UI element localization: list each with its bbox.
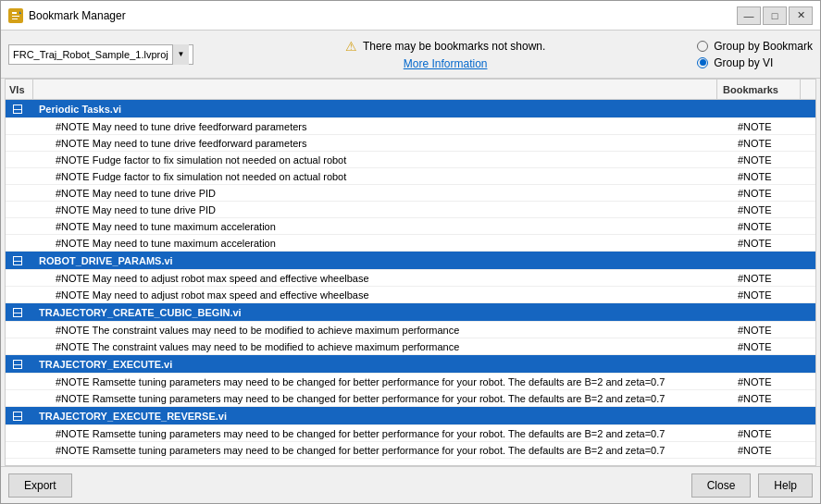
row-bookmark-cell: #NOTE xyxy=(732,154,815,166)
footer-bar: Export Close Help xyxy=(1,466,820,503)
row-name-cell: Periodic Tasks.vi xyxy=(33,104,732,115)
row-name-cell: #NOTE Ramsette tuning parameters may nee… xyxy=(33,376,732,387)
row-name-cell: #NOTE Fudge factor to fix simulation not… xyxy=(33,171,732,182)
row-vis-cell xyxy=(6,152,33,167)
row-vis-cell xyxy=(6,235,33,251)
table-row[interactable]: #NOTE Ramsette tuning parameters may nee… xyxy=(6,374,815,390)
row-bookmark-cell: #NOTE xyxy=(732,341,815,352)
table-row[interactable]: #NOTE May need to tune drive feedforward… xyxy=(6,118,815,135)
warning-row: ⚠ There may be bookmarks not shown. xyxy=(345,39,545,54)
group-by-bookmark-label: Group by Bookmark xyxy=(714,40,813,53)
row-name-cell: #NOTE May need to tune drive PID xyxy=(33,204,732,215)
col-bookmarks-header: Bookmarks xyxy=(717,80,801,99)
export-button[interactable]: Export xyxy=(8,473,72,498)
col-vis-header: VIs xyxy=(6,80,33,99)
toolbar: FRC_Traj_Robot_Sample_1.lvproj ▼ ⚠ There… xyxy=(1,31,820,79)
row-bookmark-cell: #NOTE xyxy=(732,428,815,439)
row-bookmark-cell: #NOTE xyxy=(732,445,815,456)
warning-icon: ⚠ xyxy=(345,39,357,54)
help-button[interactable]: Help xyxy=(758,473,813,498)
row-vis-cell xyxy=(6,202,33,217)
table-row[interactable]: #NOTE Ramsette tuning parameters may nee… xyxy=(6,390,815,407)
table-row[interactable]: #NOTE May need to adjust robot max speed… xyxy=(6,287,815,303)
dropdown-arrow-icon[interactable]: ▼ xyxy=(172,44,189,65)
row-name-cell: #NOTE May need to tune drive PID xyxy=(33,188,732,199)
project-selector: FRC_Traj_Robot_Sample_1.lvproj ▼ xyxy=(8,44,193,65)
row-name-cell: #NOTE Ramsette tuning parameters may nee… xyxy=(33,428,732,439)
table-row[interactable]: #NOTE May need to tune maximum accelerat… xyxy=(6,235,815,252)
row-bookmark-cell: #NOTE xyxy=(732,221,815,232)
project-name: FRC_Traj_Robot_Sample_1.lvproj xyxy=(13,49,172,60)
table-row[interactable]: #NOTE Fudge factor to fix simulation not… xyxy=(6,152,815,168)
table-row[interactable]: —Periodic Tasks.vi xyxy=(6,100,815,118)
table-row[interactable]: #NOTE Ramsette tuning parameters may nee… xyxy=(6,442,815,459)
collapse-button[interactable]: — xyxy=(13,360,22,369)
row-bookmark-cell: #NOTE xyxy=(732,325,815,336)
row-vis-cell: — xyxy=(6,100,33,117)
row-vis-cell xyxy=(6,390,33,406)
minimize-button[interactable]: — xyxy=(737,6,761,25)
table-row[interactable]: #NOTE May need to tune drive feedforward… xyxy=(6,135,815,152)
more-info-link[interactable]: More Information xyxy=(404,57,488,70)
row-vis-cell xyxy=(6,442,33,458)
row-name-cell: TRAJECTORY_EXECUTE.vi xyxy=(33,359,732,370)
table-row[interactable]: —TRAJECTORY_EXECUTE_REVERSE.vi xyxy=(6,407,815,425)
table-row[interactable]: #NOTE May need to adjust robot max speed… xyxy=(6,270,815,287)
collapse-button[interactable]: — xyxy=(13,104,22,114)
row-bookmark-cell: #NOTE xyxy=(732,171,815,182)
group-by-bookmark-radio[interactable] xyxy=(697,41,708,52)
group-by-vi-option[interactable]: Group by VI xyxy=(697,56,773,69)
table-row[interactable]: #NOTE May need to tune maximum accelerat… xyxy=(6,218,815,235)
row-vis-cell: — xyxy=(6,252,33,269)
row-vis-cell xyxy=(6,425,33,441)
warning-area: ⚠ There may be bookmarks not shown. More… xyxy=(205,39,686,70)
table-row[interactable]: #NOTE Fudge factor to fix simulation not… xyxy=(6,168,815,185)
row-vis-cell: — xyxy=(6,303,33,321)
row-vis-cell xyxy=(6,185,33,201)
row-bookmark-cell: #NOTE xyxy=(732,273,815,284)
table-row[interactable]: #NOTE The constraint values may need to … xyxy=(6,338,815,355)
maximize-button[interactable]: □ xyxy=(763,6,787,25)
row-bookmark-cell: #NOTE xyxy=(732,188,815,199)
group-by-vi-radio[interactable] xyxy=(697,57,708,68)
row-name-cell: ROBOT_DRIVE_PARAMS.vi xyxy=(33,255,732,266)
table-row[interactable]: —TRAJECTORY_EXECUTE.vi xyxy=(6,355,815,374)
row-name-cell: #NOTE Ramsette tuning parameters may nee… xyxy=(33,393,732,404)
svg-rect-3 xyxy=(12,18,18,19)
app-icon xyxy=(8,8,23,23)
row-bookmark-cell: #NOTE xyxy=(732,393,815,404)
footer-right: Close Help xyxy=(691,473,813,498)
close-button[interactable]: ✕ xyxy=(789,6,813,25)
row-bookmark-cell: #NOTE xyxy=(732,238,815,249)
warning-text: There may be bookmarks not shown. xyxy=(363,40,545,53)
bookmark-manager-window: Bookmark Manager — □ ✕ FRC_Traj_Robot_Sa… xyxy=(0,0,821,504)
table-row[interactable]: —ROBOT_DRIVE_PARAMS.vi xyxy=(6,252,815,270)
row-vis-cell xyxy=(6,135,33,151)
row-bookmark-cell: #NOTE xyxy=(732,138,815,149)
table-body[interactable]: —Periodic Tasks.vi#NOTE May need to tune… xyxy=(6,100,815,465)
radio-dot xyxy=(700,59,706,66)
project-dropdown[interactable]: FRC_Traj_Robot_Sample_1.lvproj ▼ xyxy=(8,44,193,65)
row-bookmark-cell: #NOTE xyxy=(732,289,815,301)
group-by-bookmark-option[interactable]: Group by Bookmark xyxy=(697,40,813,53)
row-name-cell: #NOTE The constraint values may need to … xyxy=(33,341,732,352)
collapse-button[interactable]: — xyxy=(13,412,22,421)
group-by-options: Group by Bookmark Group by VI xyxy=(697,40,813,69)
window-controls: — □ ✕ xyxy=(737,6,813,25)
collapse-button[interactable]: — xyxy=(13,308,22,317)
row-bookmark-cell: #NOTE xyxy=(732,204,815,215)
table-row[interactable]: —TRAJECTORY_CREATE_CUBIC_BEGIN.vi xyxy=(6,303,815,322)
table-row[interactable]: #NOTE Ramsette tuning parameters may nee… xyxy=(6,425,815,442)
table-header: VIs Bookmarks xyxy=(6,80,815,100)
table-row[interactable]: #NOTE May need to tune drive PID#NOTE xyxy=(6,185,815,202)
table-row[interactable]: #NOTE The constraint values may need to … xyxy=(6,322,815,338)
close-dialog-button[interactable]: Close xyxy=(691,473,752,498)
group-by-vi-label: Group by VI xyxy=(714,56,773,69)
svg-rect-1 xyxy=(12,12,17,14)
table-row[interactable]: #NOTE May need to tune drive PID#NOTE xyxy=(6,202,815,218)
row-vis-cell: — xyxy=(6,355,33,373)
row-name-cell: TRAJECTORY_EXECUTE_REVERSE.vi xyxy=(33,411,732,422)
row-name-cell: #NOTE May need to tune drive feedforward… xyxy=(33,138,732,149)
row-vis-cell xyxy=(6,118,33,134)
collapse-button[interactable]: — xyxy=(13,256,22,265)
